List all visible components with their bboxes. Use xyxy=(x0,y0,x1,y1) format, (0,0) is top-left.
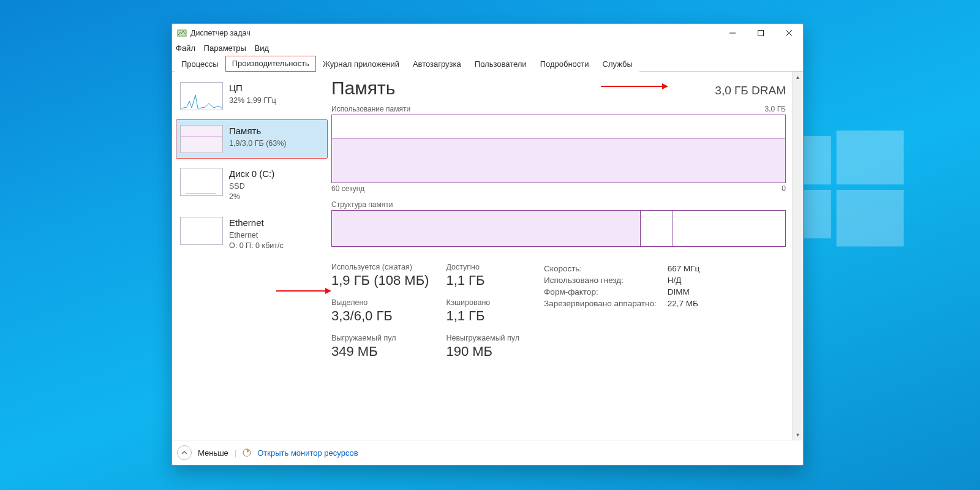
main-content: Память 3,0 ГБ DRAM Использование памяти … xyxy=(331,72,792,440)
graph-ymax: 3,0 ГБ xyxy=(765,105,786,113)
graph-label: Использование памяти xyxy=(331,105,410,113)
sidebar-item-sub: Ethernet xyxy=(229,230,284,241)
tab-performance[interactable]: Производительность xyxy=(225,56,316,72)
sidebar-item-label: Диск 0 (C:) xyxy=(229,168,274,180)
memory-composition-bar xyxy=(331,210,786,247)
task-manager-window: Диспетчер задач Файл Параметры Вид Проце… xyxy=(172,23,804,466)
svg-rect-3 xyxy=(837,190,904,246)
tab-startup[interactable]: Автозагрузка xyxy=(406,56,468,72)
sidebar-item-value: О: 0 П: 0 кбит/с xyxy=(229,241,284,251)
metric-committed: Выделено 3,3/6,0 ГБ xyxy=(331,298,429,324)
collapse-button[interactable] xyxy=(177,445,192,460)
tab-processes[interactable]: Процессы xyxy=(175,56,225,72)
composition-label: Структура памяти xyxy=(331,200,786,209)
sidebar-item-cpu[interactable]: ЦП 32% 1,99 ГГц xyxy=(176,77,328,116)
tab-app-history[interactable]: Журнал приложений xyxy=(316,56,406,72)
memory-thumb-icon xyxy=(180,125,223,153)
titlebar[interactable]: Диспетчер задач xyxy=(172,24,803,42)
tab-details[interactable]: Подробности xyxy=(533,56,596,72)
sidebar-item-label: Ethernet xyxy=(229,217,284,229)
maximize-button[interactable] xyxy=(747,24,775,42)
page-title: Память xyxy=(331,78,396,99)
ethernet-thumb-icon xyxy=(180,217,223,245)
metric-available: Доступно 1,1 ГБ xyxy=(446,263,519,288)
tab-strip: Процессы Производительность Журнал прило… xyxy=(172,55,803,72)
sidebar-item-value: 2% xyxy=(229,192,274,202)
open-resource-monitor-link[interactable]: Открыть монитор ресурсов xyxy=(257,448,358,458)
graph-xright: 0 xyxy=(782,184,786,193)
menu-bar: Файл Параметры Вид xyxy=(172,42,803,55)
memory-usage-graph xyxy=(331,115,786,183)
metric-cached: Кэшировано 1,1 ГБ xyxy=(446,298,519,324)
menu-options[interactable]: Параметры xyxy=(204,43,246,53)
tab-users[interactable]: Пользователи xyxy=(468,56,533,72)
metric-used: Используется (сжатая) 1,9 ГБ (108 МБ) xyxy=(331,263,429,288)
sidebar-item-label: Память xyxy=(229,125,287,137)
vertical-scrollbar[interactable]: ▴ ▾ xyxy=(792,72,803,440)
menu-view[interactable]: Вид xyxy=(255,43,270,53)
memory-specs: Скорость:667 МГц Использовано гнезд:Н/Д … xyxy=(544,263,710,360)
sidebar-item-disk[interactable]: Диск 0 (C:) SSD 2% xyxy=(176,162,328,208)
resource-monitor-icon xyxy=(243,448,251,457)
scroll-up-icon[interactable]: ▴ xyxy=(793,72,803,82)
metric-paged: Выгружаемый пул 349 МБ xyxy=(331,334,429,360)
less-label[interactable]: Меньше xyxy=(198,448,228,458)
metric-nonpaged: Невыгружаемый пул 190 МБ xyxy=(446,334,519,360)
sidebar-item-value: 1,9/3,0 ГБ (63%) xyxy=(229,138,287,149)
sidebar-item-value: 32% 1,99 ГГц xyxy=(229,96,276,106)
sidebar-item-memory[interactable]: Память 1,9/3,0 ГБ (63%) xyxy=(176,119,328,159)
sidebar-item-ethernet[interactable]: Ethernet Ethernet О: 0 П: 0 кбит/с xyxy=(176,211,328,257)
scroll-down-icon[interactable]: ▾ xyxy=(793,429,803,440)
minimize-button[interactable] xyxy=(718,24,747,42)
svg-rect-6 xyxy=(758,31,764,36)
disk-thumb-icon xyxy=(180,168,223,196)
sidebar: ЦП 32% 1,99 ГГц Память 1,9/3,0 ГБ (63%) … xyxy=(172,72,331,440)
menu-file[interactable]: Файл xyxy=(176,43,195,53)
graph-xleft: 60 секунд xyxy=(331,184,364,193)
footer-bar: Меньше | Открыть монитор ресурсов xyxy=(172,440,803,465)
app-icon xyxy=(177,28,187,38)
sidebar-item-sub: SSD xyxy=(229,181,274,192)
tab-services[interactable]: Службы xyxy=(596,56,639,72)
window-title: Диспетчер задач xyxy=(190,29,251,37)
close-button[interactable] xyxy=(775,24,803,42)
cpu-thumb-icon xyxy=(180,82,223,110)
memory-total: 3,0 ГБ DRAM xyxy=(715,84,786,97)
sidebar-item-label: ЦП xyxy=(229,82,276,94)
svg-rect-1 xyxy=(837,130,904,184)
